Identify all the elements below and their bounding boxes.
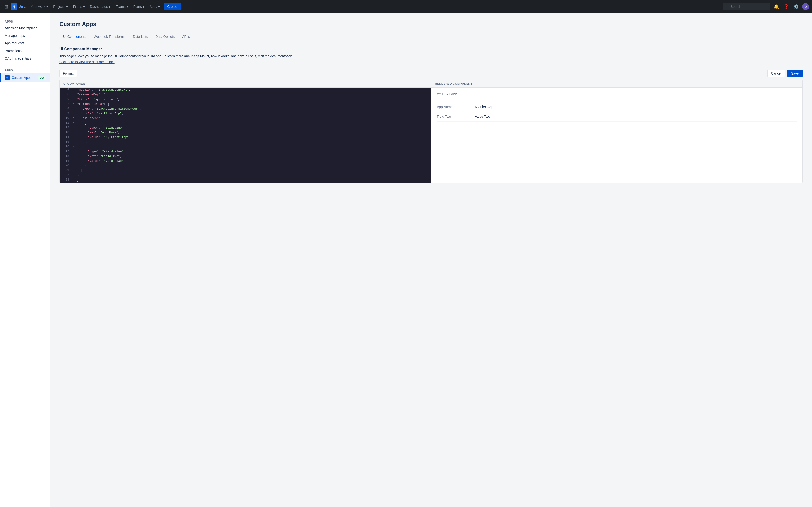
main-content: Custom Apps UI Components Webhook Transf… xyxy=(50,13,812,507)
line-number: 17 xyxy=(62,149,69,154)
code-line: 14 "value": "My First App" xyxy=(60,135,431,140)
code-line: 10▾ "children": [ xyxy=(60,116,431,121)
rendered-app-title: MY FIRST APP xyxy=(437,92,797,98)
code-line: 22} xyxy=(60,173,431,178)
code-content: "value": "Value Two" xyxy=(77,159,428,164)
sidebar-item-custom-apps[interactable]: ⚛ Custom Apps DEV xyxy=(0,73,50,82)
code-content: } xyxy=(77,173,428,178)
nav-apps[interactable]: Apps xyxy=(147,3,162,10)
line-number: 22 xyxy=(62,173,69,177)
line-number: 6 xyxy=(62,97,69,102)
code-line: 4"module": "jira:issueContext", xyxy=(60,88,431,92)
jira-logo[interactable]: Jira xyxy=(11,3,25,10)
line-chevron[interactable]: ▾ xyxy=(73,145,76,148)
notifications-button[interactable]: 🔔 xyxy=(772,3,780,11)
code-content: "key": "App Name", xyxy=(77,130,428,135)
topnav-nav: Your work Projects Filters Dashboards Te… xyxy=(28,3,722,10)
code-content: "key": "Field Two", xyxy=(77,154,428,159)
help-button[interactable]: ❓ xyxy=(782,3,790,11)
create-button[interactable]: Create xyxy=(164,3,181,10)
line-chevron[interactable]: ▾ xyxy=(73,121,76,125)
code-content: "title": "my-first-app", xyxy=(77,97,428,102)
code-content: } xyxy=(77,164,428,168)
rendered-field-row-0: App Name My First App xyxy=(437,102,797,112)
cancel-button[interactable]: Cancel xyxy=(767,69,785,77)
code-content: "type": "FieldValue", xyxy=(77,125,428,130)
search-wrap: 🔍 xyxy=(723,3,770,10)
rendered-content: MY FIRST APP App Name My First App Field… xyxy=(431,88,802,126)
code-content: "module": "jira:issueContext", xyxy=(77,88,428,92)
code-editor[interactable]: 4"module": "jira:issueContext",5"resourc… xyxy=(60,88,431,182)
line-number: 15 xyxy=(62,140,69,144)
line-number: 14 xyxy=(62,135,69,139)
code-content: { xyxy=(77,121,428,125)
custom-apps-label: Custom Apps xyxy=(12,76,31,79)
code-line: 9 "title": "My First App", xyxy=(60,111,431,116)
sidebar-item-promotions[interactable]: Promotions xyxy=(0,47,50,55)
code-content: "type": "StackedInformationGroup", xyxy=(77,107,428,111)
line-number: 18 xyxy=(62,154,69,159)
nav-teams[interactable]: Teams xyxy=(113,3,130,10)
code-line: 19 "value": "Value Two" xyxy=(60,159,431,164)
code-content: ] xyxy=(77,168,428,173)
sidebar-item-manage-apps[interactable]: Manage apps xyxy=(0,32,50,40)
line-number: 19 xyxy=(62,159,69,163)
code-line: 21 ] xyxy=(60,168,431,173)
code-line: 17 "type": "FieldValue", xyxy=(60,149,431,154)
line-number: 4 xyxy=(62,88,69,92)
code-line: 12 "type": "FieldValue", xyxy=(60,125,431,130)
code-content: "children": [ xyxy=(77,116,428,121)
topnav-right: 🔍 🔔 ❓ ⚙️ U xyxy=(723,3,809,11)
page-title: Custom Apps xyxy=(59,21,803,27)
editor-panel-header: UI Component xyxy=(60,80,431,88)
sidebar-item-app-requests[interactable]: App requests xyxy=(0,40,50,47)
line-number: 12 xyxy=(62,125,69,130)
topnav: ⊞ Jira Your work Projects Filters Dashbo… xyxy=(0,0,812,13)
format-button[interactable]: Format xyxy=(59,69,77,77)
sidebar-item-oauth[interactable]: OAuth credentials xyxy=(0,55,50,62)
nav-plans[interactable]: Plans xyxy=(131,3,147,10)
rendered-field-label-1: Field Two xyxy=(437,115,475,118)
tab-ui-components[interactable]: UI Components xyxy=(59,32,90,41)
editor-rendered-row: UI Component 4"module": "jira:issueConte… xyxy=(59,80,803,183)
code-content: "componentData": { xyxy=(77,102,428,107)
nav-your-work[interactable]: Your work xyxy=(28,3,50,10)
code-line: 13 "key": "App Name", xyxy=(60,130,431,135)
tab-data-objects[interactable]: Data Objects xyxy=(152,32,178,41)
logo-text: Jira xyxy=(19,4,25,9)
code-line: 16▾ { xyxy=(60,145,431,149)
line-chevron[interactable]: ▾ xyxy=(73,116,76,120)
code-content: "title": "My First App", xyxy=(77,111,428,116)
line-number: 21 xyxy=(62,168,69,173)
rendered-panel-header: Rendered Component xyxy=(431,80,802,88)
code-line: 5"resourceKey": "", xyxy=(60,92,431,97)
doc-link[interactable]: Click here to view the documentation. xyxy=(59,60,115,64)
settings-button[interactable]: ⚙️ xyxy=(792,3,800,11)
rendered-field-label-0: App Name xyxy=(437,105,475,109)
custom-apps-icon: ⚛ xyxy=(4,75,10,80)
nav-dashboards[interactable]: Dashboards xyxy=(88,3,113,10)
line-number: 7 xyxy=(62,102,69,106)
code-content: } xyxy=(77,178,428,182)
rendered-field-value-0: My First App xyxy=(475,105,493,109)
layout: Apps Atlassian Marketplace Manage apps A… xyxy=(0,13,812,507)
search-input[interactable] xyxy=(723,3,770,10)
line-chevron[interactable]: ▾ xyxy=(73,102,76,106)
nav-projects[interactable]: Projects xyxy=(51,3,70,10)
rendered-field-row-1: Field Two Value Two xyxy=(437,112,797,121)
tab-data-lists[interactable]: Data Lists xyxy=(129,32,152,41)
code-line: 18 "key": "Field Two", xyxy=(60,154,431,159)
line-number: 20 xyxy=(62,164,69,168)
rendered-field-value-1: Value Two xyxy=(475,115,490,118)
avatar[interactable]: U xyxy=(802,3,809,10)
sidebar-item-marketplace[interactable]: Atlassian Marketplace xyxy=(0,24,50,32)
section-heading: UI Component Manager xyxy=(59,47,803,51)
code-content: "value": "My First App" xyxy=(77,135,428,140)
save-button[interactable]: Save xyxy=(787,69,803,77)
line-number: 13 xyxy=(62,130,69,135)
nav-filters[interactable]: Filters xyxy=(71,3,87,10)
tab-apis[interactable]: API's xyxy=(178,32,194,41)
sidebar-apps-section: Apps ⚛ Custom Apps DEV xyxy=(0,67,50,82)
grid-icon[interactable]: ⊞ xyxy=(3,2,10,11)
tab-webhook-transforms[interactable]: Webhook Transforms xyxy=(90,32,129,41)
